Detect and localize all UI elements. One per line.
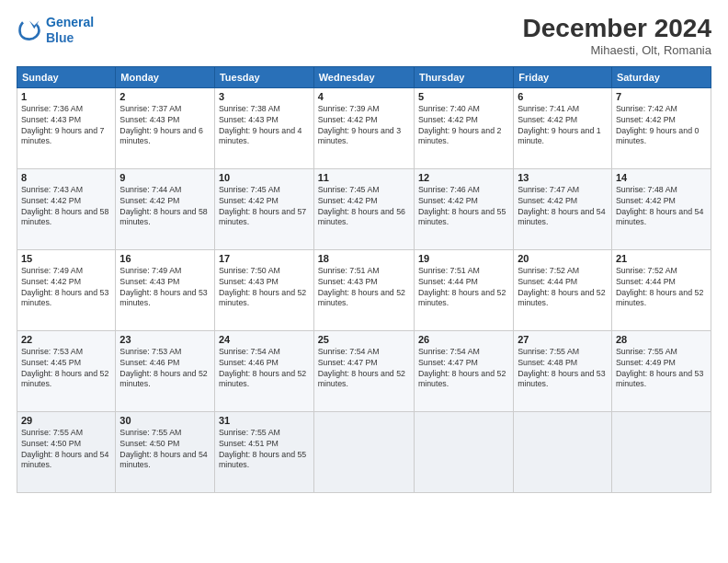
logo-icon [17,17,42,43]
calendar-day-cell: 4Sunrise: 7:39 AMSunset: 4:42 PMDaylight… [313,87,414,168]
calendar-day-cell: 25Sunrise: 7:54 AMSunset: 4:47 PMDayligh… [313,330,414,411]
day-info: Sunrise: 7:44 AMSunset: 4:42 PMDaylight:… [119,185,210,229]
calendar-day-cell: 12Sunrise: 7:46 AMSunset: 4:42 PMDayligh… [414,168,513,249]
day-info: Sunrise: 7:40 AMSunset: 4:42 PMDaylight:… [418,104,509,148]
day-number: 31 [219,415,310,426]
calendar-header-row: SundayMondayTuesdayWednesdayThursdayFrid… [17,66,711,87]
calendar-day-cell: 31Sunrise: 7:55 AMSunset: 4:51 PMDayligh… [214,411,313,492]
day-number: 11 [318,172,410,183]
day-info: Sunrise: 7:52 AMSunset: 4:44 PMDaylight:… [518,266,608,310]
day-number: 28 [616,334,707,345]
day-number: 15 [21,253,111,264]
calendar-day-cell: 23Sunrise: 7:53 AMSunset: 4:46 PMDayligh… [116,330,215,411]
day-number: 25 [318,334,410,345]
day-info: Sunrise: 7:39 AMSunset: 4:42 PMDaylight:… [318,104,410,148]
day-number: 23 [119,334,210,345]
day-info: Sunrise: 7:45 AMSunset: 4:42 PMDaylight:… [318,185,410,229]
title-block: December 2024 Mihaesti, Olt, Romania [523,15,711,57]
day-number: 24 [219,334,310,345]
calendar-day-cell [514,411,612,492]
calendar-day-cell [313,411,414,492]
day-number: 16 [119,253,210,264]
calendar-day-cell: 2Sunrise: 7:37 AMSunset: 4:43 PMDaylight… [116,87,215,168]
day-info: Sunrise: 7:46 AMSunset: 4:42 PMDaylight:… [418,185,509,229]
day-info: Sunrise: 7:45 AMSunset: 4:42 PMDaylight:… [219,185,310,229]
weekday-header: Tuesday [214,66,313,87]
calendar-day-cell: 14Sunrise: 7:48 AMSunset: 4:42 PMDayligh… [611,168,711,249]
logo-text: General Blue [46,15,94,46]
calendar-day-cell: 10Sunrise: 7:45 AMSunset: 4:42 PMDayligh… [214,168,313,249]
day-info: Sunrise: 7:52 AMSunset: 4:44 PMDaylight:… [616,266,707,310]
day-info: Sunrise: 7:37 AMSunset: 4:43 PMDaylight:… [119,104,210,148]
day-info: Sunrise: 7:43 AMSunset: 4:42 PMDaylight:… [21,185,111,229]
day-number: 5 [418,91,509,102]
day-info: Sunrise: 7:49 AMSunset: 4:43 PMDaylight:… [119,266,210,310]
day-info: Sunrise: 7:55 AMSunset: 4:51 PMDaylight:… [219,428,310,472]
day-number: 26 [418,334,509,345]
month-title: December 2024 [523,15,711,43]
calendar-day-cell [414,411,513,492]
day-number: 30 [119,415,210,426]
day-number: 4 [318,91,410,102]
day-info: Sunrise: 7:55 AMSunset: 4:48 PMDaylight:… [518,347,608,391]
day-info: Sunrise: 7:48 AMSunset: 4:42 PMDaylight:… [616,185,707,229]
calendar-day-cell: 6Sunrise: 7:41 AMSunset: 4:42 PMDaylight… [514,87,612,168]
day-number: 29 [21,415,111,426]
weekday-header: Monday [116,66,215,87]
day-info: Sunrise: 7:55 AMSunset: 4:50 PMDaylight:… [119,428,210,472]
calendar-day-cell: 30Sunrise: 7:55 AMSunset: 4:50 PMDayligh… [116,411,215,492]
calendar-week-row: 29Sunrise: 7:55 AMSunset: 4:50 PMDayligh… [17,411,711,492]
calendar-day-cell: 26Sunrise: 7:54 AMSunset: 4:47 PMDayligh… [414,330,513,411]
calendar-day-cell: 8Sunrise: 7:43 AMSunset: 4:42 PMDaylight… [17,168,116,249]
calendar-week-row: 1Sunrise: 7:36 AMSunset: 4:43 PMDaylight… [17,87,711,168]
day-info: Sunrise: 7:50 AMSunset: 4:43 PMDaylight:… [219,266,310,310]
weekday-header: Saturday [611,66,711,87]
day-number: 12 [418,172,509,183]
calendar-day-cell: 21Sunrise: 7:52 AMSunset: 4:44 PMDayligh… [611,249,711,330]
weekday-header: Wednesday [313,66,414,87]
day-info: Sunrise: 7:51 AMSunset: 4:44 PMDaylight:… [418,266,509,310]
day-number: 21 [616,253,707,264]
day-number: 8 [21,172,111,183]
calendar-day-cell: 5Sunrise: 7:40 AMSunset: 4:42 PMDaylight… [414,87,513,168]
calendar-day-cell: 28Sunrise: 7:55 AMSunset: 4:49 PMDayligh… [611,330,711,411]
logo: General Blue [17,15,94,46]
calendar-day-cell: 18Sunrise: 7:51 AMSunset: 4:43 PMDayligh… [313,249,414,330]
calendar-day-cell: 1Sunrise: 7:36 AMSunset: 4:43 PMDaylight… [17,87,116,168]
calendar-day-cell: 27Sunrise: 7:55 AMSunset: 4:48 PMDayligh… [514,330,612,411]
calendar-day-cell: 29Sunrise: 7:55 AMSunset: 4:50 PMDayligh… [17,411,116,492]
calendar-week-row: 8Sunrise: 7:43 AMSunset: 4:42 PMDaylight… [17,168,711,249]
calendar-day-cell: 13Sunrise: 7:47 AMSunset: 4:42 PMDayligh… [514,168,612,249]
day-info: Sunrise: 7:55 AMSunset: 4:50 PMDaylight:… [21,428,111,472]
day-info: Sunrise: 7:54 AMSunset: 4:47 PMDaylight:… [418,347,509,391]
day-info: Sunrise: 7:49 AMSunset: 4:42 PMDaylight:… [21,266,111,310]
calendar-day-cell: 11Sunrise: 7:45 AMSunset: 4:42 PMDayligh… [313,168,414,249]
day-info: Sunrise: 7:53 AMSunset: 4:46 PMDaylight:… [119,347,210,391]
day-info: Sunrise: 7:36 AMSunset: 4:43 PMDaylight:… [21,104,111,148]
weekday-header: Friday [514,66,612,87]
calendar-week-row: 22Sunrise: 7:53 AMSunset: 4:45 PMDayligh… [17,330,711,411]
day-info: Sunrise: 7:54 AMSunset: 4:47 PMDaylight:… [318,347,410,391]
day-number: 19 [418,253,509,264]
day-info: Sunrise: 7:55 AMSunset: 4:49 PMDaylight:… [616,347,707,391]
calendar-day-cell [611,411,711,492]
day-info: Sunrise: 7:54 AMSunset: 4:46 PMDaylight:… [219,347,310,391]
calendar-day-cell: 24Sunrise: 7:54 AMSunset: 4:46 PMDayligh… [214,330,313,411]
calendar-day-cell: 16Sunrise: 7:49 AMSunset: 4:43 PMDayligh… [116,249,215,330]
calendar-day-cell: 20Sunrise: 7:52 AMSunset: 4:44 PMDayligh… [514,249,612,330]
day-info: Sunrise: 7:38 AMSunset: 4:43 PMDaylight:… [219,104,310,148]
day-number: 20 [518,253,608,264]
calendar-day-cell: 9Sunrise: 7:44 AMSunset: 4:42 PMDaylight… [116,168,215,249]
header: General Blue December 2024 Mihaesti, Olt… [17,15,711,57]
day-number: 22 [21,334,111,345]
weekday-header: Sunday [17,66,116,87]
day-number: 9 [119,172,210,183]
calendar-week-row: 15Sunrise: 7:49 AMSunset: 4:42 PMDayligh… [17,249,711,330]
day-number: 10 [219,172,310,183]
day-number: 3 [219,91,310,102]
day-number: 14 [616,172,707,183]
location: Mihaesti, Olt, Romania [523,43,711,57]
day-number: 7 [616,91,707,102]
day-number: 17 [219,253,310,264]
calendar-day-cell: 7Sunrise: 7:42 AMSunset: 4:42 PMDaylight… [611,87,711,168]
